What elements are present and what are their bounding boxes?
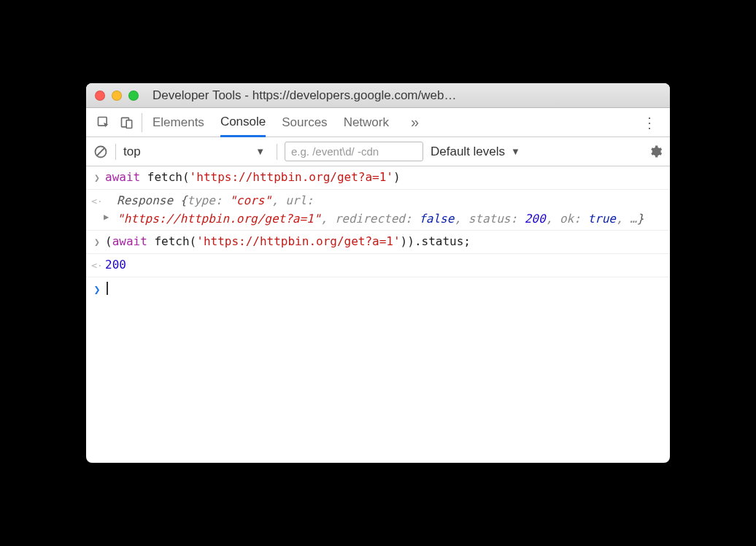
prompt-icon: ❯ bbox=[90, 280, 104, 299]
minimize-button[interactable] bbox=[112, 91, 122, 101]
close-button[interactable] bbox=[95, 91, 105, 101]
panel-tabbar: Elements Console Sources Network » ⋮ bbox=[86, 108, 670, 137]
devtools-window: Developer Tools - https://developers.goo… bbox=[86, 83, 670, 463]
code-line: (await fetch('https://httpbin.org/get?a=… bbox=[104, 233, 664, 251]
console-toolbar: top ▼ Default levels ▼ bbox=[86, 137, 670, 166]
execution-context-select[interactable]: top ▼ bbox=[123, 145, 269, 159]
console-active-prompt[interactable]: ❯ bbox=[86, 277, 670, 301]
return-icon: <· bbox=[90, 192, 104, 228]
tab-elements[interactable]: Elements bbox=[153, 108, 204, 136]
divider bbox=[115, 144, 116, 160]
log-levels-select[interactable]: Default levels ▼ bbox=[431, 145, 520, 159]
window-title: Developer Tools - https://developers.goo… bbox=[145, 88, 661, 103]
svg-rect-2 bbox=[126, 120, 132, 128]
console-input-line: ❯ (await fetch('https://httpbin.org/get?… bbox=[86, 231, 670, 254]
prompt-icon: ❯ bbox=[90, 233, 104, 251]
divider bbox=[277, 144, 277, 160]
filter-input[interactable] bbox=[285, 142, 423, 161]
result-value: 200 bbox=[104, 256, 664, 274]
clear-console-icon[interactable] bbox=[93, 145, 108, 159]
levels-label: Default levels bbox=[431, 145, 505, 159]
console-result-line: <· ▶ Response {type: "cors", url: "https… bbox=[86, 190, 670, 231]
svg-line-4 bbox=[97, 148, 104, 155]
object-preview[interactable]: ▶ Response {type: "cors", url: "https://… bbox=[104, 192, 664, 228]
device-toggle-icon[interactable] bbox=[120, 115, 134, 130]
console-result-line: <· 200 bbox=[86, 254, 670, 277]
input-caret[interactable] bbox=[104, 280, 664, 299]
chevron-down-icon: ▼ bbox=[255, 146, 265, 157]
titlebar: Developer Tools - https://developers.goo… bbox=[86, 83, 670, 108]
tabs-overflow-button[interactable]: » bbox=[405, 114, 425, 131]
tab-sources[interactable]: Sources bbox=[282, 108, 327, 136]
context-label: top bbox=[123, 145, 141, 159]
prompt-icon: ❯ bbox=[90, 169, 104, 187]
more-menu-icon[interactable]: ⋮ bbox=[639, 114, 660, 131]
code-line: await fetch('https://httpbin.org/get?a=1… bbox=[104, 169, 664, 187]
inspect-icon[interactable] bbox=[96, 115, 111, 130]
tab-console[interactable]: Console bbox=[220, 109, 266, 137]
chevron-down-icon: ▼ bbox=[511, 146, 520, 157]
gear-icon[interactable] bbox=[649, 145, 663, 158]
return-icon: <· bbox=[90, 256, 104, 274]
zoom-button[interactable] bbox=[128, 91, 139, 101]
console-output[interactable]: ❯ await fetch('https://httpbin.org/get?a… bbox=[86, 166, 670, 463]
console-input-line: ❯ await fetch('https://httpbin.org/get?a… bbox=[86, 166, 670, 190]
tab-network[interactable]: Network bbox=[344, 108, 389, 136]
disclosure-triangle-icon[interactable]: ▶ bbox=[104, 210, 114, 224]
